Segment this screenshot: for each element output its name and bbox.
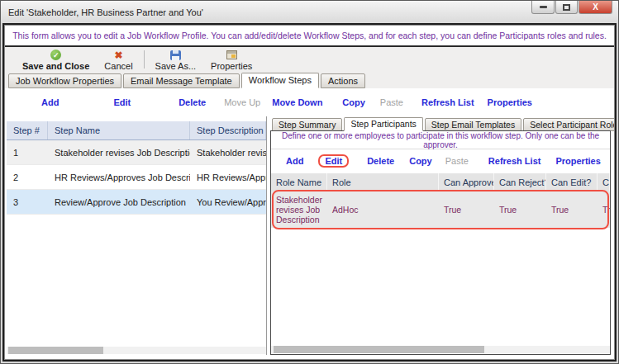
column-header-can-truncated[interactable]: Can <box>598 173 610 191</box>
dialog-window: Edit 'Stakeholder, HR Business Partner a… <box>0 0 619 364</box>
table-row[interactable]: Stakeholder revises Job Description AdHo… <box>271 191 610 228</box>
participant-row-wrap: Stakeholder revises Job Description AdHo… <box>271 191 610 228</box>
steps-horizontal-scrollbar[interactable] <box>7 347 266 354</box>
participants-properties-link[interactable]: Properties <box>555 156 600 166</box>
participants-refresh-list-link[interactable]: Refresh List <box>488 156 541 166</box>
participants-paste-link[interactable]: Paste <box>445 156 469 166</box>
tab-email-message-template[interactable]: Email Message Template <box>123 73 240 88</box>
cancel-button[interactable]: ✖ Cancel <box>97 49 140 71</box>
steps-properties-link[interactable]: Properties <box>488 97 532 107</box>
properties-label: Properties <box>211 61 252 71</box>
participants-delete-link[interactable]: Delete <box>367 156 394 166</box>
step-number-cell: 2 <box>7 165 48 189</box>
role-cell: AdHoc <box>327 191 439 228</box>
column-header-role[interactable]: Role <box>327 173 439 191</box>
close-button[interactable]: X <box>579 1 612 14</box>
steps-refresh-list-link[interactable]: Refresh List <box>421 97 474 107</box>
column-header-step-number[interactable]: Step # <box>7 121 48 139</box>
column-header-step-name[interactable]: Step Name <box>48 121 190 139</box>
participants-add-link[interactable]: Add <box>286 156 303 166</box>
step-name-cell: HR Reviews/Approves Job Description <box>48 165 190 189</box>
toolbar-separator <box>144 50 145 69</box>
maximize-icon <box>563 4 570 11</box>
steps-edit-link[interactable]: Edit <box>113 97 131 107</box>
steps-move-down-link[interactable]: Move Down <box>272 97 322 107</box>
steps-delete-link[interactable]: Delete <box>179 97 206 107</box>
title-bar[interactable]: Edit 'Stakeholder, HR Business Partner a… <box>1 1 618 23</box>
column-header-can-edit[interactable]: Can Edit? <box>546 173 598 191</box>
close-icon: X <box>593 2 598 12</box>
properties-button[interactable]: Properties <box>203 49 260 71</box>
tab-step-participants[interactable]: Step Participants <box>344 117 422 131</box>
step-description-cell: Stakeholder revises J <box>190 140 266 164</box>
minimize-icon <box>540 6 547 8</box>
can-reject-cell: True <box>494 191 546 228</box>
role-name-cell: Stakeholder revises Job Description <box>271 191 327 228</box>
edit-link-highlight-box: Edit <box>318 154 349 168</box>
tab-step-summary[interactable]: Step Summary <box>272 118 342 131</box>
step-details-pane: Step Summary Step Participants Step Emai… <box>270 116 611 355</box>
cancel-label: Cancel <box>104 61 132 71</box>
steps-links-row: Add Edit Delete Move Up Move Down Copy P… <box>5 93 614 111</box>
window-title: Edit 'Stakeholder, HR Business Partner a… <box>8 7 203 17</box>
table-row[interactable]: 2 HR Reviews/Approves Job Description HR… <box>7 165 266 190</box>
save-and-close-label: Save and Close <box>22 61 89 71</box>
save-as-button[interactable]: Save As... <box>148 49 204 71</box>
column-header-role-name[interactable]: Role Name <box>271 173 327 191</box>
tab-job-workflow-properties[interactable]: Job Workflow Properties <box>8 73 121 88</box>
steps-add-link[interactable]: Add <box>41 97 59 107</box>
step-description-cell: You Review/Approve <box>190 190 266 214</box>
step-description-cell: HR Reviews/Approve <box>190 165 266 189</box>
toolbar: ✓ Save and Close ✖ Cancel Save As... Pro… <box>5 47 614 73</box>
save-as-icon <box>170 50 181 60</box>
can-edit-cell: True <box>546 191 598 228</box>
workflow-steps-page: Add Edit Delete Move Up Move Down Copy P… <box>5 88 614 359</box>
step-name-cell: Review/Approve Job Description <box>48 190 190 214</box>
form-description-text: This form allows you to edit a Job Workf… <box>12 31 607 40</box>
scrollbar-thumb[interactable] <box>274 346 484 353</box>
tab-select-participant-roles[interactable]: Select Participant Roles <box>523 118 614 131</box>
steps-paste-link[interactable]: Paste <box>380 97 403 107</box>
step-detail-tab-bar: Step Summary Step Participants Step Emai… <box>270 116 611 131</box>
steps-copy-link[interactable]: Copy <box>342 97 365 107</box>
can-approve-cell: True <box>439 191 494 228</box>
step-number-cell: 1 <box>7 140 48 164</box>
table-row-selected[interactable]: 3 Review/Approve Job Description You Rev… <box>7 190 266 215</box>
scrollbar-thumb[interactable] <box>8 347 103 354</box>
participants-horizontal-scrollbar[interactable] <box>271 346 610 353</box>
minimize-button[interactable] <box>531 1 555 14</box>
save-as-label: Save As... <box>155 61 197 71</box>
column-header-step-description[interactable]: Step Description <box>190 121 266 139</box>
step-name-cell: Stakeholder revises Job Description <box>48 140 190 164</box>
window-frame: This form allows you to edit a Job Workf… <box>2 23 617 362</box>
properties-icon <box>226 50 237 59</box>
column-header-can-approve[interactable]: Can Approve? <box>439 173 494 191</box>
participants-instruction-text: Define one or more employees to particip… <box>271 131 610 149</box>
participants-edit-link[interactable]: Edit <box>325 156 342 166</box>
save-and-close-icon: ✓ <box>50 50 61 60</box>
table-row[interactable]: 1 Stakeholder revises Job Description St… <box>7 140 266 165</box>
participants-links-row: Add Edit Delete Copy Paste Refresh List … <box>271 149 610 172</box>
column-header-can-reject[interactable]: Can Reject? <box>494 173 546 191</box>
window-controls: X <box>531 1 612 14</box>
tab-workflow-steps[interactable]: Workflow Steps <box>241 73 319 88</box>
step-number-cell: 3 <box>7 190 48 214</box>
tab-step-email-templates[interactable]: Step Email Templates <box>425 118 521 131</box>
participants-table: Role Name Role Can Approve? Can Reject? … <box>271 173 610 228</box>
tab-actions[interactable]: Actions <box>321 73 365 88</box>
save-and-close-button[interactable]: ✓ Save and Close <box>15 49 97 71</box>
participants-instruction: Define one or more employees to particip… <box>271 131 610 149</box>
steps-move-up-link[interactable]: Move Up <box>224 97 260 107</box>
participants-table-header: Role Name Role Can Approve? Can Reject? … <box>271 173 610 191</box>
workflow-steps-grid-pane: Step # Step Name Step Description 1 Stak… <box>7 116 267 355</box>
workflow-steps-table: Step # Step Name Step Description 1 Stak… <box>7 121 266 215</box>
step-participants-panel: Define one or more employees to particip… <box>270 130 611 355</box>
participants-copy-link[interactable]: Copy <box>409 156 432 166</box>
steps-table-header: Step # Step Name Step Description <box>7 121 266 140</box>
main-tab-bar: Job Workflow Properties Email Message Te… <box>5 73 614 88</box>
can-truncated-cell: True <box>598 191 610 228</box>
maximize-button[interactable] <box>555 1 578 14</box>
form-description-banner: This form allows you to edit a Job Workf… <box>5 26 614 47</box>
cancel-icon: ✖ <box>114 50 122 60</box>
